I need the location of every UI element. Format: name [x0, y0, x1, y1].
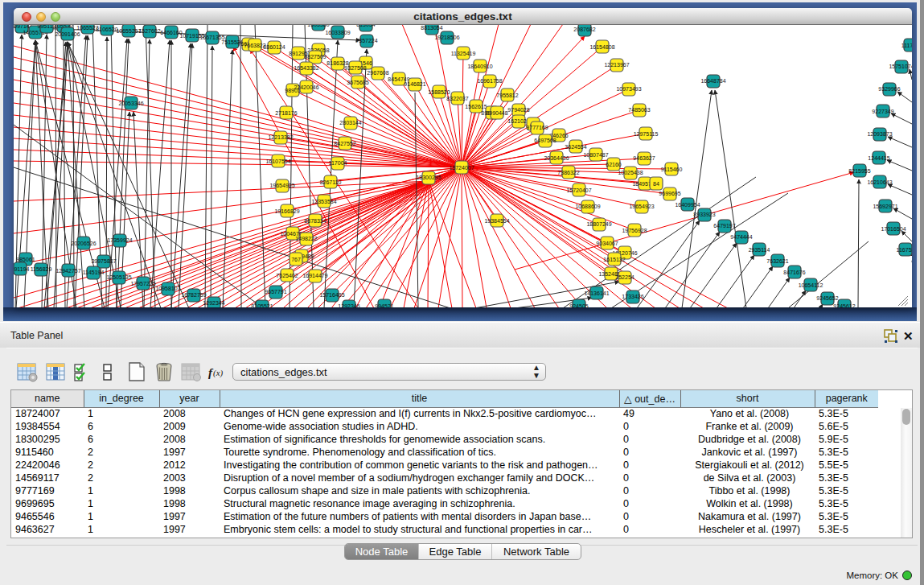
svg-text:252254: 252254: [615, 274, 634, 280]
svg-text:7632621: 7632621: [766, 258, 788, 264]
svg-text:12505135: 12505135: [106, 274, 131, 280]
svg-text:9657791: 9657791: [265, 289, 286, 295]
svg-text:1615132: 1615132: [603, 257, 625, 262]
svg-text:8860124: 8860124: [263, 44, 285, 50]
svg-text:813054: 813054: [356, 25, 375, 27]
svg-text:1244415: 1244415: [868, 155, 889, 161]
svg-text:8813054: 8813054: [421, 25, 442, 31]
svg-text:16107554: 16107554: [265, 159, 290, 164]
svg-text:(x): (x): [213, 368, 224, 378]
svg-text:116753: 116753: [897, 247, 912, 253]
svg-text:1588520: 1588520: [428, 89, 450, 95]
svg-text:1603380: 1603380: [307, 25, 329, 27]
svg-text:20206526: 20206526: [71, 241, 96, 246]
svg-text:2935114: 2935114: [749, 247, 770, 253]
svg-text:1292344: 1292344: [203, 300, 224, 306]
svg-text:15716485: 15716485: [319, 292, 344, 298]
svg-text:3624554: 3624554: [565, 144, 586, 150]
svg-text:22420046: 22420046: [294, 84, 318, 90]
svg-text:62160: 62160: [606, 162, 622, 167]
svg-text:1156829: 1156829: [31, 266, 52, 272]
svg-text:9329966: 9329966: [878, 86, 900, 92]
svg-text:9463627: 9463627: [633, 155, 655, 161]
svg-text:19384554: 19384554: [484, 218, 509, 224]
svg-text:1562615: 1562615: [465, 104, 487, 109]
svg-text:1527602: 1527602: [138, 28, 160, 34]
svg-text:9699695: 9699695: [659, 191, 680, 196]
svg-text:10655257: 10655257: [116, 28, 141, 34]
svg-text:16914479: 16914479: [302, 273, 327, 278]
svg-text:1733426: 1733426: [622, 294, 643, 299]
svg-text:16210643: 16210643: [867, 179, 892, 185]
svg-text:19166829: 19166829: [274, 208, 299, 214]
svg-text:2718176: 2718176: [275, 110, 297, 116]
svg-text:8471676: 8471676: [783, 270, 805, 275]
svg-text:8106520: 8106520: [96, 27, 117, 32]
svg-text:9794028: 9794028: [507, 107, 529, 113]
svg-text:2803144: 2803144: [339, 120, 361, 126]
svg-text:7625402: 7625402: [276, 273, 298, 278]
svg-text:3675685: 3675685: [347, 80, 368, 85]
svg-text:20053346: 20053346: [118, 101, 143, 106]
svg-text:8322037: 8322037: [446, 96, 468, 101]
svg-text:10025438: 10025438: [618, 170, 643, 175]
svg-text:19756928: 19756928: [622, 228, 647, 233]
svg-text:12942757: 12942757: [55, 268, 80, 274]
svg-text:10654112: 10654112: [799, 282, 823, 288]
svg-text:10958107: 10958107: [155, 286, 180, 291]
svg-text:20364436: 20364436: [544, 155, 569, 161]
svg-text:17957225: 17957225: [130, 281, 155, 286]
svg-text:18640910: 18640910: [467, 64, 492, 69]
svg-text:117004: 117004: [329, 160, 347, 166]
svg-text:1292346: 1292346: [338, 303, 359, 307]
svg-text:995113: 995113: [38, 25, 56, 29]
svg-text:19654923: 19654923: [629, 204, 654, 209]
svg-text:16961758: 16961758: [477, 78, 502, 84]
svg-text:16154808: 16154808: [589, 44, 614, 50]
svg-text:10973493: 10973493: [616, 86, 641, 92]
svg-text:9245612: 9245612: [833, 303, 855, 307]
svg-text:12093873: 12093873: [867, 131, 892, 137]
svg-text:12213967: 12213967: [604, 62, 629, 68]
svg-text:84: 84: [653, 181, 659, 187]
svg-text:8427552: 8427552: [334, 141, 355, 146]
svg-text:6497568: 6497568: [534, 138, 556, 143]
svg-text:2087682: 2087682: [573, 27, 595, 32]
svg-text:10688609: 10688609: [575, 204, 600, 209]
svg-text:19218506: 19218506: [434, 35, 459, 40]
svg-text:15751074: 15751074: [889, 64, 912, 69]
svg-text:12353584: 12353584: [311, 199, 336, 204]
svg-text:1498222: 1498222: [295, 236, 317, 241]
svg-text:994521: 994521: [375, 303, 393, 307]
svg-text:8990448: 8990448: [486, 110, 507, 116]
svg-text:9146821: 9146821: [404, 81, 425, 87]
svg-text:7386322: 7386322: [557, 170, 579, 175]
svg-text:9777169: 9777169: [526, 125, 548, 130]
svg-text:16782759: 16782759: [181, 292, 206, 298]
svg-text:14136141: 14136141: [584, 290, 609, 296]
svg-text:12213382: 12213382: [268, 134, 293, 140]
svg-text:7955812: 7955812: [496, 93, 518, 98]
svg-text:9827509: 9827509: [304, 54, 326, 60]
svg-text:9245652: 9245652: [816, 295, 838, 301]
svg-text:9115460: 9115460: [661, 167, 683, 172]
svg-text:15720407: 15720407: [566, 187, 591, 193]
svg-text:17359924: 17359924: [107, 237, 132, 243]
svg-text:8878334: 8878334: [304, 218, 326, 224]
svg-text:9327508: 9327508: [344, 65, 366, 71]
svg-text:985061: 985061: [16, 257, 35, 262]
svg-text:6479197: 6479197: [713, 223, 735, 229]
svg-text:8933923: 8933923: [693, 212, 715, 217]
svg-text:16648784: 16648784: [700, 78, 725, 84]
svg-text:18724007: 18724007: [449, 165, 474, 171]
svg-text:1145194: 1145194: [83, 270, 105, 275]
svg-text:9474444: 9474444: [730, 234, 752, 240]
svg-text:8105521: 8105521: [251, 303, 273, 307]
svg-text:19654925: 19654925: [269, 183, 294, 188]
svg-text:2967608: 2967608: [367, 70, 388, 76]
svg-text:924505: 924505: [569, 303, 588, 307]
svg-text:17016504: 17016504: [881, 226, 906, 232]
svg-text:10807487: 10807487: [583, 152, 608, 158]
svg-text:18300295: 18300295: [416, 175, 441, 180]
svg-text:9227349: 9227349: [872, 109, 893, 114]
